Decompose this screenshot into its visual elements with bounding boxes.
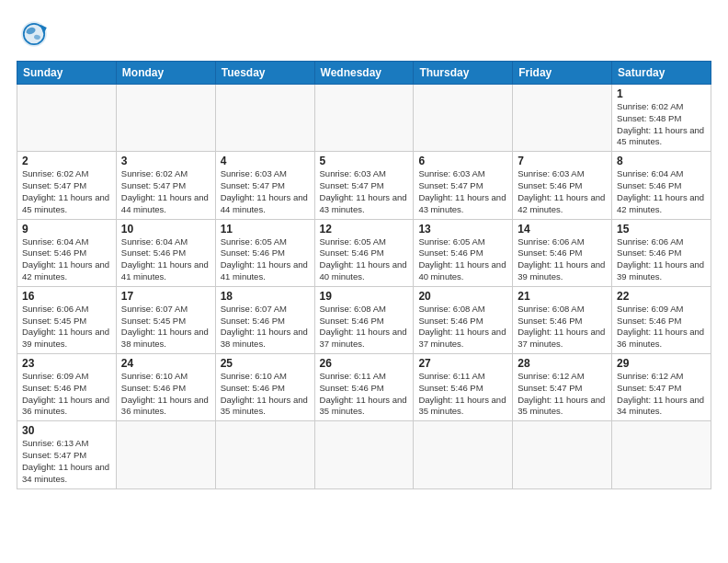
day-info: Sunrise: 6:07 AM Sunset: 5:46 PM Dayligh… xyxy=(221,304,310,350)
day-info: Sunrise: 6:11 AM Sunset: 5:46 PM Dayligh… xyxy=(418,371,507,418)
calendar-cell: 9Sunrise: 6:04 AM Sunset: 5:46 PM Daylig… xyxy=(17,219,117,286)
day-number: 12 xyxy=(320,223,409,236)
day-info: Sunrise: 6:09 AM Sunset: 5:46 PM Dayligh… xyxy=(22,371,111,418)
page: SundayMondayTuesdayWednesdayThursdayFrid… xyxy=(0,0,728,563)
day-info: Sunrise: 6:03 AM Sunset: 5:46 PM Dayligh… xyxy=(518,168,607,215)
calendar-cell xyxy=(314,85,414,152)
day-info: Sunrise: 6:03 AM Sunset: 5:47 PM Dayligh… xyxy=(221,168,310,215)
calendar-cell xyxy=(612,421,711,488)
calendar-cell: 25Sunrise: 6:10 AM Sunset: 5:46 PM Dayli… xyxy=(215,354,314,421)
day-info: Sunrise: 6:04 AM Sunset: 5:46 PM Dayligh… xyxy=(121,236,210,283)
day-info: Sunrise: 6:02 AM Sunset: 5:47 PM Dayligh… xyxy=(121,168,210,215)
day-info: Sunrise: 6:13 AM Sunset: 5:47 PM Dayligh… xyxy=(22,438,111,485)
calendar-cell: 19Sunrise: 6:08 AM Sunset: 5:46 PM Dayli… xyxy=(314,286,414,353)
calendar-cell: 29Sunrise: 6:12 AM Sunset: 5:47 PM Dayli… xyxy=(612,354,711,421)
calendar-cell xyxy=(314,421,414,488)
calendar-cell: 1Sunrise: 6:02 AM Sunset: 5:48 PM Daylig… xyxy=(612,85,711,152)
day-info: Sunrise: 6:04 AM Sunset: 5:46 PM Dayligh… xyxy=(617,168,706,215)
day-info: Sunrise: 6:02 AM Sunset: 5:47 PM Dayligh… xyxy=(22,168,111,215)
calendar-cell: 16Sunrise: 6:06 AM Sunset: 5:45 PM Dayli… xyxy=(17,286,117,353)
day-number: 1 xyxy=(617,87,706,100)
calendar-cell: 2Sunrise: 6:02 AM Sunset: 5:47 PM Daylig… xyxy=(17,152,117,219)
calendar-week-row: 23Sunrise: 6:09 AM Sunset: 5:46 PM Dayli… xyxy=(17,354,711,421)
day-info: Sunrise: 6:05 AM Sunset: 5:46 PM Dayligh… xyxy=(418,236,507,283)
weekday-header-saturday: Saturday xyxy=(612,62,711,85)
day-number: 20 xyxy=(418,290,507,303)
day-number: 13 xyxy=(418,223,507,236)
weekday-header-row: SundayMondayTuesdayWednesdayThursdayFrid… xyxy=(17,62,711,85)
day-number: 23 xyxy=(22,357,111,370)
calendar-cell xyxy=(513,421,612,488)
day-number: 28 xyxy=(518,357,607,370)
day-number: 29 xyxy=(617,357,706,370)
day-number: 16 xyxy=(22,290,111,303)
calendar-week-row: 2Sunrise: 6:02 AM Sunset: 5:47 PM Daylig… xyxy=(17,152,711,219)
calendar-cell xyxy=(513,85,612,152)
calendar-cell: 3Sunrise: 6:02 AM Sunset: 5:47 PM Daylig… xyxy=(116,152,215,219)
day-info: Sunrise: 6:09 AM Sunset: 5:46 PM Dayligh… xyxy=(617,304,706,350)
calendar-week-row: 1Sunrise: 6:02 AM Sunset: 5:48 PM Daylig… xyxy=(17,85,711,152)
calendar-cell xyxy=(414,85,513,152)
calendar-cell: 30Sunrise: 6:13 AM Sunset: 5:47 PM Dayli… xyxy=(17,421,117,488)
calendar-cell xyxy=(116,421,215,488)
calendar-week-row: 30Sunrise: 6:13 AM Sunset: 5:47 PM Dayli… xyxy=(17,421,711,488)
calendar-cell: 26Sunrise: 6:11 AM Sunset: 5:46 PM Dayli… xyxy=(314,354,414,421)
day-info: Sunrise: 6:11 AM Sunset: 5:46 PM Dayligh… xyxy=(320,371,409,418)
calendar-cell: 6Sunrise: 6:03 AM Sunset: 5:47 PM Daylig… xyxy=(414,152,513,219)
weekday-header-friday: Friday xyxy=(513,62,612,85)
day-info: Sunrise: 6:06 AM Sunset: 5:46 PM Dayligh… xyxy=(617,236,706,283)
day-number: 4 xyxy=(221,155,310,167)
day-number: 22 xyxy=(617,290,706,303)
day-number: 24 xyxy=(121,357,210,370)
calendar-cell: 8Sunrise: 6:04 AM Sunset: 5:46 PM Daylig… xyxy=(612,152,711,219)
calendar-cell: 10Sunrise: 6:04 AM Sunset: 5:46 PM Dayli… xyxy=(116,219,215,286)
calendar-cell xyxy=(116,85,215,152)
day-number: 17 xyxy=(121,290,210,303)
day-number: 6 xyxy=(418,155,507,167)
calendar-week-row: 9Sunrise: 6:04 AM Sunset: 5:46 PM Daylig… xyxy=(17,219,711,286)
calendar-cell: 18Sunrise: 6:07 AM Sunset: 5:46 PM Dayli… xyxy=(215,286,314,353)
calendar-cell: 27Sunrise: 6:11 AM Sunset: 5:46 PM Dayli… xyxy=(414,354,513,421)
day-number: 8 xyxy=(617,155,706,167)
calendar-cell xyxy=(17,85,117,152)
day-info: Sunrise: 6:03 AM Sunset: 5:47 PM Dayligh… xyxy=(320,168,409,215)
calendar-cell: 13Sunrise: 6:05 AM Sunset: 5:46 PM Dayli… xyxy=(414,219,513,286)
calendar-cell: 20Sunrise: 6:08 AM Sunset: 5:46 PM Dayli… xyxy=(414,286,513,353)
day-number: 14 xyxy=(518,223,607,236)
day-number: 5 xyxy=(320,155,409,167)
calendar-cell: 17Sunrise: 6:07 AM Sunset: 5:45 PM Dayli… xyxy=(116,286,215,353)
weekday-header-sunday: Sunday xyxy=(17,62,117,85)
weekday-header-monday: Monday xyxy=(116,62,215,85)
day-number: 27 xyxy=(418,357,507,370)
day-info: Sunrise: 6:06 AM Sunset: 5:46 PM Dayligh… xyxy=(518,236,607,283)
day-info: Sunrise: 6:08 AM Sunset: 5:46 PM Dayligh… xyxy=(418,304,507,350)
calendar-cell: 21Sunrise: 6:08 AM Sunset: 5:46 PM Dayli… xyxy=(513,286,612,353)
calendar-cell: 15Sunrise: 6:06 AM Sunset: 5:46 PM Dayli… xyxy=(612,219,711,286)
day-number: 26 xyxy=(320,357,409,370)
calendar-cell: 4Sunrise: 6:03 AM Sunset: 5:47 PM Daylig… xyxy=(215,152,314,219)
day-info: Sunrise: 6:08 AM Sunset: 5:46 PM Dayligh… xyxy=(518,304,607,350)
calendar-cell xyxy=(215,421,314,488)
calendar-cell xyxy=(215,85,314,152)
day-info: Sunrise: 6:07 AM Sunset: 5:45 PM Dayligh… xyxy=(121,304,210,350)
logo xyxy=(17,17,57,52)
day-info: Sunrise: 6:02 AM Sunset: 5:48 PM Dayligh… xyxy=(617,101,706,148)
day-number: 18 xyxy=(221,290,310,303)
day-number: 19 xyxy=(320,290,409,303)
day-number: 2 xyxy=(22,155,111,167)
day-number: 15 xyxy=(617,223,706,236)
calendar-cell: 7Sunrise: 6:03 AM Sunset: 5:46 PM Daylig… xyxy=(513,152,612,219)
calendar-cell: 24Sunrise: 6:10 AM Sunset: 5:46 PM Dayli… xyxy=(116,354,215,421)
calendar-cell: 5Sunrise: 6:03 AM Sunset: 5:47 PM Daylig… xyxy=(314,152,414,219)
day-number: 30 xyxy=(22,424,111,437)
calendar-cell: 12Sunrise: 6:05 AM Sunset: 5:46 PM Dayli… xyxy=(314,219,414,286)
calendar-cell: 14Sunrise: 6:06 AM Sunset: 5:46 PM Dayli… xyxy=(513,219,612,286)
day-info: Sunrise: 6:08 AM Sunset: 5:46 PM Dayligh… xyxy=(320,304,409,350)
day-info: Sunrise: 6:05 AM Sunset: 5:46 PM Dayligh… xyxy=(320,236,409,283)
calendar-week-row: 16Sunrise: 6:06 AM Sunset: 5:45 PM Dayli… xyxy=(17,286,711,353)
calendar-cell: 28Sunrise: 6:12 AM Sunset: 5:47 PM Dayli… xyxy=(513,354,612,421)
calendar-cell: 11Sunrise: 6:05 AM Sunset: 5:46 PM Dayli… xyxy=(215,219,314,286)
calendar-cell: 22Sunrise: 6:09 AM Sunset: 5:46 PM Dayli… xyxy=(612,286,711,353)
day-info: Sunrise: 6:12 AM Sunset: 5:47 PM Dayligh… xyxy=(518,371,607,418)
generalblue-logo-icon xyxy=(17,17,51,52)
